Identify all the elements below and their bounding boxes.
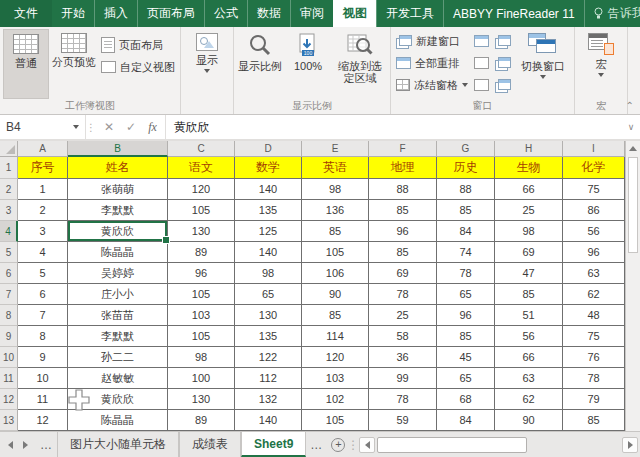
select-all-corner[interactable] [0, 141, 18, 157]
cell-A12[interactable]: 11 [18, 389, 68, 410]
row-header-10[interactable]: 10 [0, 347, 18, 368]
freeze-panes-button[interactable]: 冻结窗格 [394, 76, 470, 94]
sheet-tab-图片大小随单元格[interactable]: 图片大小随单元格 [57, 432, 179, 457]
page-layout-view-button[interactable]: 页面布局 [99, 36, 177, 54]
scroll-right-button[interactable] [622, 437, 638, 453]
macros-button[interactable]: 宏 [578, 29, 624, 99]
cell-C5[interactable]: 89 [168, 242, 235, 263]
cell-C9[interactable]: 105 [168, 326, 235, 347]
row-header-13[interactable]: 13 [0, 410, 18, 431]
cell-E3[interactable]: 136 [302, 200, 369, 221]
cell-F3[interactable]: 85 [369, 200, 437, 221]
cell-E7[interactable]: 90 [302, 284, 369, 305]
cell-F5[interactable]: 85 [369, 242, 437, 263]
cell-F13[interactable]: 59 [369, 410, 437, 431]
cell-G2[interactable]: 88 [437, 179, 495, 200]
row-header-8[interactable]: 8 [0, 305, 18, 326]
page-break-preview-button[interactable]: 分页预览 [51, 29, 97, 99]
cell-A5[interactable]: 4 [18, 242, 68, 263]
cell-G10[interactable]: 45 [437, 347, 495, 368]
unhide-button[interactable] [472, 76, 491, 94]
ribbon-tab-审阅[interactable]: 审阅 [290, 0, 333, 27]
cell-A6[interactable]: 5 [18, 263, 68, 284]
cell-I1[interactable]: 化学 [563, 157, 625, 179]
cancel-button[interactable]: ✕ [104, 120, 114, 134]
cell-B3[interactable]: 李默默 [68, 200, 168, 221]
cell-I3[interactable]: 86 [563, 200, 625, 221]
cell-A8[interactable]: 7 [18, 305, 68, 326]
cell-E6[interactable]: 106 [302, 263, 369, 284]
row-header-3[interactable]: 3 [0, 200, 18, 221]
cell-H4[interactable]: 98 [495, 221, 563, 242]
row-header-12[interactable]: 12 [0, 389, 18, 410]
cell-G1[interactable]: 历史 [437, 157, 495, 179]
cell-H12[interactable]: 62 [495, 389, 563, 410]
cell-C8[interactable]: 103 [168, 305, 235, 326]
cell-D1[interactable]: 数学 [235, 157, 302, 179]
ribbon-tab-页面布局[interactable]: 页面布局 [137, 0, 204, 27]
synchronous-scrolling-button[interactable] [493, 54, 513, 72]
vertical-scroll-thumb[interactable] [628, 157, 638, 253]
cell-B10[interactable]: 孙二二 [68, 347, 168, 368]
cell-D2[interactable]: 140 [235, 179, 302, 200]
expand-formula-bar-icon[interactable]: ∨ [622, 115, 640, 139]
cell-H13[interactable]: 90 [495, 410, 563, 431]
row-header-9[interactable]: 9 [0, 326, 18, 347]
cell-E11[interactable]: 103 [302, 368, 369, 389]
cell-D10[interactable]: 122 [235, 347, 302, 368]
cell-G7[interactable]: 65 [437, 284, 495, 305]
cell-E9[interactable]: 114 [302, 326, 369, 347]
split-button[interactable] [472, 32, 491, 50]
column-header-A[interactable]: A [18, 141, 68, 157]
cell-D8[interactable]: 130 [235, 305, 302, 326]
cell-H9[interactable]: 56 [495, 326, 563, 347]
cell-I8[interactable]: 48 [563, 305, 625, 326]
cell-G8[interactable]: 96 [437, 305, 495, 326]
ribbon-tab-视图[interactable]: 视图 [333, 0, 376, 27]
cell-A1[interactable]: 序号 [18, 157, 68, 179]
column-header-C[interactable]: C [168, 141, 235, 157]
cell-G12[interactable]: 68 [437, 389, 495, 410]
vertical-scrollbar[interactable] [625, 141, 640, 431]
cell-B6[interactable]: 吴婷婷 [68, 263, 168, 284]
cell-H10[interactable]: 66 [495, 347, 563, 368]
cell-B13[interactable]: 陈晶晶 [68, 410, 168, 431]
cell-F11[interactable]: 99 [369, 368, 437, 389]
custom-views-button[interactable]: 自定义视图 [99, 58, 177, 76]
cell-G13[interactable]: 84 [437, 410, 495, 431]
formula-input[interactable]: 黄欣欣 [166, 115, 622, 139]
switch-windows-button[interactable]: 切换窗口 [515, 29, 571, 99]
cell-B2[interactable]: 张萌萌 [68, 179, 168, 200]
cell-I13[interactable]: 85 [563, 410, 625, 431]
zoom-button[interactable]: 显示比例 [237, 29, 283, 99]
cell-C6[interactable]: 96 [168, 263, 235, 284]
sheet-list-more-right[interactable]: … [306, 432, 327, 457]
ribbon-tab-ABBYY FineReader 11[interactable]: ABBYY FineReader 11 [443, 0, 584, 27]
cell-H3[interactable]: 25 [495, 200, 563, 221]
cell-E4[interactable]: 85 [302, 221, 369, 242]
column-header-I[interactable]: I [563, 141, 625, 157]
column-header-G[interactable]: G [437, 141, 495, 157]
cell-D6[interactable]: 98 [235, 263, 302, 284]
horizontal-scrollbar[interactable] [357, 432, 640, 457]
cell-G3[interactable]: 85 [437, 200, 495, 221]
cell-H6[interactable]: 47 [495, 263, 563, 284]
row-header-1[interactable]: 1 [0, 157, 18, 179]
sheet-scroll-right-icon[interactable] [23, 441, 28, 449]
cell-A10[interactable]: 9 [18, 347, 68, 368]
cell-D12[interactable]: 132 [235, 389, 302, 410]
cell-A9[interactable]: 8 [18, 326, 68, 347]
sheet-tab-成绩表[interactable]: 成绩表 [179, 432, 241, 457]
cell-F6[interactable]: 69 [369, 263, 437, 284]
cell-F7[interactable]: 78 [369, 284, 437, 305]
cell-B4[interactable]: 黄欣欣 [68, 221, 168, 242]
column-header-H[interactable]: H [495, 141, 563, 157]
cell-F9[interactable]: 58 [369, 326, 437, 347]
row-header-6[interactable]: 6 [0, 263, 18, 284]
cell-E13[interactable]: 105 [302, 410, 369, 431]
cell-F1[interactable]: 地理 [369, 157, 437, 179]
arrange-all-button[interactable]: 全部重排 [394, 54, 470, 72]
cell-H7[interactable]: 85 [495, 284, 563, 305]
cell-I7[interactable]: 62 [563, 284, 625, 305]
cell-D11[interactable]: 112 [235, 368, 302, 389]
